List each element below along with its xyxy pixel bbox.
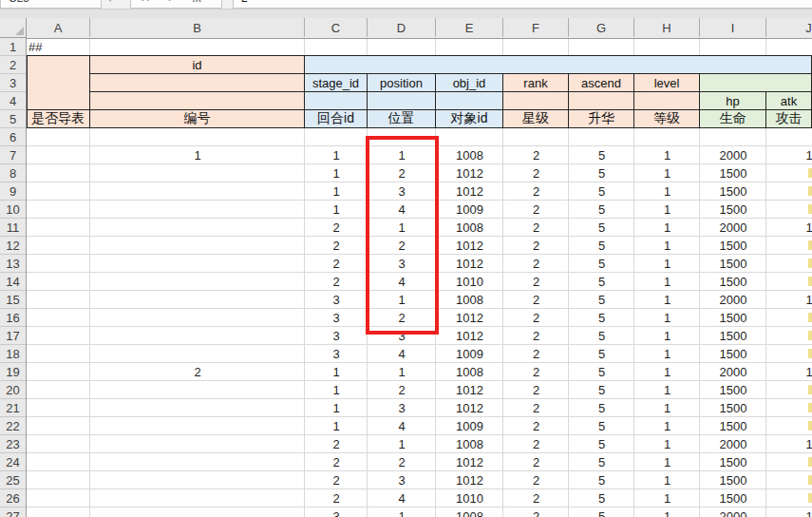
cell-E19[interactable]: 1008	[436, 363, 503, 381]
cell-F9[interactable]: 2	[503, 182, 569, 201]
cell-C2[interactable]	[305, 56, 812, 74]
cell-H12[interactable]: 1	[634, 237, 700, 255]
row-header-1[interactable]: 1	[0, 38, 26, 56]
cell-C18[interactable]: 3	[305, 345, 368, 363]
row-header-24[interactable]: 24	[0, 453, 26, 471]
cell-H24[interactable]: 1	[634, 453, 700, 471]
cell-G21[interactable]: 5	[569, 399, 634, 417]
cell-I11[interactable]: 2000	[700, 219, 766, 237]
cell-J16-clipped-value[interactable]	[808, 313, 812, 322]
cell-C14[interactable]: 2	[305, 273, 368, 291]
cell-E24[interactable]: 1012	[436, 453, 503, 471]
cell-E27[interactable]: 1008	[436, 507, 503, 517]
row-header-9[interactable]: 9	[0, 182, 26, 201]
row-header-15[interactable]: 15	[0, 291, 26, 309]
cell-I16[interactable]: 1500	[700, 309, 766, 327]
cell-I21[interactable]: 1500	[700, 399, 766, 417]
cell-J18-clipped-value[interactable]	[808, 349, 812, 358]
cell-J13-clipped-value[interactable]	[808, 258, 812, 268]
cell-H26[interactable]: 1	[634, 489, 700, 507]
cell-B5[interactable]: 编号	[90, 110, 305, 128]
cell-C10[interactable]: 1	[305, 201, 368, 219]
confirm-icon[interactable]: ✓	[166, 0, 176, 7]
cell-F22[interactable]: 2	[503, 417, 569, 435]
select-all-button[interactable]	[0, 18, 27, 38]
cell-C24[interactable]: 2	[305, 453, 368, 471]
cell-J22-clipped-value[interactable]	[808, 421, 812, 431]
cell-G13[interactable]: 5	[569, 255, 634, 273]
cell-E10[interactable]: 1009	[436, 201, 503, 219]
cell-G4[interactable]	[569, 92, 634, 110]
cell-G7[interactable]: 5	[569, 146, 634, 164]
cell-H5[interactable]: 等级	[634, 110, 700, 128]
cell-I27[interactable]: 2000	[700, 507, 766, 517]
cell-E15[interactable]: 1008	[436, 291, 503, 309]
cell-H3[interactable]: level	[634, 74, 700, 92]
cell-G10[interactable]: 5	[569, 201, 634, 219]
name-box[interactable]: C25	[0, 0, 102, 9]
cell-F5[interactable]: 星级	[503, 110, 569, 128]
cell-J11[interactable]: 1	[766, 219, 812, 237]
column-header-F[interactable]: F	[503, 18, 569, 37]
cell-C4[interactable]	[305, 92, 368, 110]
row-header-10[interactable]: 10	[0, 201, 26, 219]
column-header-H[interactable]: H	[634, 18, 700, 37]
cell-G17[interactable]: 5	[569, 327, 634, 345]
cell-J9-clipped-value[interactable]	[808, 186, 812, 196]
row-header-5[interactable]: 5	[0, 110, 26, 128]
cell-H8[interactable]: 1	[634, 164, 700, 182]
column-header-C[interactable]: C	[305, 18, 368, 37]
cell-C5[interactable]: 回合id	[305, 110, 368, 128]
cell-E12[interactable]: 1012	[436, 237, 503, 255]
column-header-E[interactable]: E	[436, 18, 503, 37]
cell-J14-clipped-value[interactable]	[808, 277, 812, 286]
row-header-2[interactable]: 2	[0, 56, 26, 74]
cell-C20[interactable]: 1	[305, 381, 368, 399]
cell-I17[interactable]: 1500	[700, 327, 766, 345]
cell-I4[interactable]: hp	[700, 92, 766, 110]
column-header-B[interactable]: B	[90, 18, 305, 37]
cell-G19[interactable]: 5	[569, 363, 634, 381]
cell-G3[interactable]: ascend	[569, 74, 634, 92]
cell-C13[interactable]: 2	[305, 255, 368, 273]
cell-E7[interactable]: 1008	[436, 146, 503, 164]
cell-H16[interactable]: 1	[634, 309, 700, 327]
cell-G14[interactable]: 5	[569, 273, 634, 291]
cell-G22[interactable]: 5	[569, 417, 634, 435]
cell-F21[interactable]: 2	[503, 399, 569, 417]
cell-I8[interactable]: 1500	[700, 164, 766, 182]
formula-input[interactable]: 2	[233, 0, 812, 9]
cell-B4[interactable]	[90, 92, 305, 110]
cell-D23[interactable]: 1	[368, 435, 436, 453]
cell-G27[interactable]: 5	[569, 507, 634, 517]
cell-G18[interactable]: 5	[569, 345, 634, 363]
cell-H23[interactable]: 1	[634, 435, 700, 453]
row-header-23[interactable]: 23	[0, 435, 26, 453]
cell-H15[interactable]: 1	[634, 291, 700, 309]
cell-C19[interactable]: 1	[305, 363, 368, 381]
cell-E13[interactable]: 1012	[436, 255, 503, 273]
cell-E21[interactable]: 1012	[436, 399, 503, 417]
cell-J5[interactable]: 攻击	[766, 110, 812, 128]
cell-J15[interactable]: 1	[766, 291, 812, 309]
cell-H13[interactable]: 1	[634, 255, 700, 273]
row-header-18[interactable]: 18	[0, 345, 26, 363]
row-header-12[interactable]: 12	[0, 237, 26, 255]
cell-E22[interactable]: 1009	[436, 417, 503, 435]
cell-C12[interactable]: 2	[305, 237, 368, 255]
cell-B3[interactable]	[90, 74, 305, 92]
cell-G8[interactable]: 5	[569, 164, 634, 182]
cell-J8-clipped-value[interactable]	[808, 168, 812, 178]
cell-I5[interactable]: 生命	[700, 110, 766, 128]
cell-H21[interactable]: 1	[634, 399, 700, 417]
cell-F15[interactable]: 2	[503, 291, 569, 309]
cell-H19[interactable]: 1	[634, 363, 700, 381]
cell-D25[interactable]: 3	[368, 471, 436, 489]
cell-D20[interactable]: 2	[368, 381, 436, 399]
cell-J26-clipped-value[interactable]	[808, 493, 812, 503]
cell-E8[interactable]: 1012	[436, 164, 503, 182]
cell-G15[interactable]: 5	[569, 291, 634, 309]
cell-H7[interactable]: 1	[634, 146, 700, 164]
row-header-8[interactable]: 8	[0, 164, 26, 182]
cell-H4[interactable]	[634, 92, 700, 110]
